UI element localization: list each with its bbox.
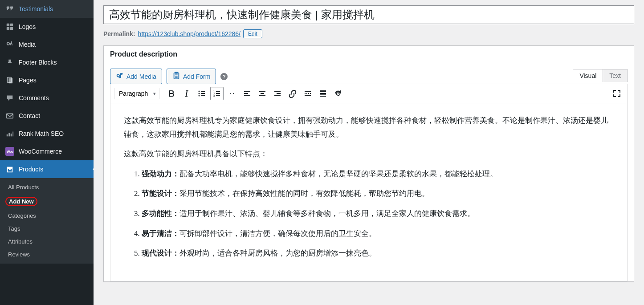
svg-line-25 [186, 91, 187, 96]
svg-rect-10 [7, 134, 8, 137]
align-center-button[interactable] [256, 87, 269, 100]
submenu-attributes[interactable]: Attributes [0, 235, 94, 248]
add-form-button[interactable]: Add Form [167, 69, 216, 84]
feature-list: 强劲动力：配备大功率电机，能够快速搅拌多种食材，无论是坚硬的坚果还是柔软的水果，… [124, 167, 614, 260]
svg-rect-5 [10, 27, 13, 30]
svg-point-6 [7, 43, 9, 45]
svg-rect-4 [7, 27, 9, 30]
archive-icon [5, 165, 14, 174]
envelope-icon [5, 111, 14, 120]
svg-rect-50 [320, 90, 326, 92]
bold-button[interactable] [165, 87, 178, 100]
permalink-label: Permalink: [103, 30, 135, 37]
add-media-button[interactable]: Add Media [110, 69, 162, 84]
clipboard-icon [172, 72, 180, 81]
svg-rect-12 [11, 134, 12, 136]
feature-item: 现代设计：外观时尚，适合各种厨房风格，为您的厨房增添一抹亮色。 [142, 247, 614, 260]
sidebar-item-comments[interactable]: Comments [0, 89, 94, 107]
feature-item: 强劲动力：配备大功率电机，能够快速搅拌多种食材，无论是坚硬的坚果还是柔软的水果，… [142, 167, 614, 181]
align-right-button[interactable] [271, 87, 284, 100]
media-icon [5, 40, 14, 49]
product-title-input[interactable] [103, 5, 634, 24]
svg-rect-19 [175, 72, 177, 73]
permalink-edit-button[interactable]: Edit [243, 29, 262, 38]
submenu-reviews[interactable]: Reviews [0, 248, 94, 261]
sidebar-item-products[interactable]: Products [0, 160, 94, 178]
format-select[interactable]: Paragraph [114, 88, 159, 99]
svg-rect-14 [7, 167, 13, 168]
sidebar-item-label: Media [19, 41, 36, 48]
permalink-base[interactable]: https://123club.shop/product/ [138, 30, 218, 37]
submenu-add-new[interactable]: Add New [0, 194, 94, 209]
editor-tabs: Visual Text [573, 69, 628, 82]
align-left-button[interactable] [240, 87, 254, 100]
sidebar-item-contact[interactable]: Contact [0, 107, 94, 125]
sidebar-item-label: Testimonials [19, 5, 53, 12]
svg-rect-8 [8, 78, 12, 84]
camera-music-icon [116, 72, 124, 81]
sidebar-item-label: Products [19, 166, 43, 173]
svg-rect-16 [9, 169, 11, 170]
permalink-row: Permalink: https://123club.shop/product/… [103, 29, 634, 38]
help-icon[interactable]: ? [220, 73, 228, 80]
editor-toolbar: Paragraph 123 [110, 84, 628, 103]
italic-button[interactable] [180, 87, 193, 100]
content-paragraph-2: 这款高效节能的厨房料理机具备以下特点： [124, 147, 614, 161]
svg-rect-47 [305, 91, 311, 92]
svg-rect-13 [12, 132, 13, 137]
permalink-slug[interactable]: 162286/ [218, 30, 240, 37]
grid-icon [5, 22, 14, 31]
numbered-list-button[interactable]: 123 [210, 87, 224, 100]
blockquote-button[interactable] [225, 87, 239, 100]
sidebar-item-label: Contact [19, 112, 40, 119]
svg-rect-15 [8, 168, 12, 172]
link-button[interactable] [286, 87, 299, 100]
sidebar-item-label: Rank Math SEO [19, 130, 64, 137]
feature-item: 易于清洁：可拆卸部件设计，清洁方便，确保每次使用后的卫生安全。 [142, 227, 614, 241]
sidebar-item-label: Logos [19, 23, 36, 30]
woo-icon: Woo [5, 147, 14, 156]
insert-more-button[interactable] [301, 87, 314, 100]
svg-rect-2 [7, 24, 9, 26]
svg-rect-11 [8, 133, 10, 136]
sidebar-item-label: Comments [19, 94, 49, 102]
quote-icon [5, 4, 14, 13]
svg-rect-49 [305, 95, 311, 96]
svg-text:3: 3 [213, 94, 215, 97]
product-description-heading: Product description [104, 46, 634, 63]
toolbar-toggle-button[interactable] [316, 87, 330, 100]
feature-item: 多功能性：适用于制作果汁、浓汤、婴儿辅食等多种食物，一机多用，满足全家人的健康饮… [142, 207, 614, 221]
highlight-ellipse: Add New [5, 197, 37, 206]
bullet-list-button[interactable] [195, 87, 208, 100]
svg-point-28 [199, 95, 200, 97]
pin-icon [5, 58, 14, 67]
submenu-categories[interactable]: Categories [0, 209, 94, 222]
admin-sidebar: Testimonials Logos Media Footer Blocks P… [0, 0, 94, 305]
tab-visual[interactable]: Visual [573, 69, 603, 82]
sidebar-item-testimonials[interactable]: Testimonials [0, 0, 94, 18]
products-submenu: All Products Add New Categories Tags Att… [0, 178, 94, 264]
refresh-button[interactable] [331, 87, 345, 100]
sidebar-item-media[interactable]: Media [0, 36, 94, 53]
svg-point-26 [199, 91, 200, 92]
fullscreen-button[interactable] [610, 87, 624, 100]
svg-rect-1 [10, 7, 13, 9]
sidebar-item-woocommerce[interactable]: Woo WooCommerce [0, 142, 94, 160]
submenu-tags[interactable]: Tags [0, 222, 94, 235]
comment-icon [5, 94, 14, 102]
tab-text[interactable]: Text [603, 69, 627, 82]
content-paragraph-1: 这款高效节能的厨房料理机专为家庭健康饮食设计，拥有强劲动力，能够快速搅拌各种食材… [124, 114, 614, 141]
svg-rect-3 [10, 24, 13, 26]
pages-icon [5, 76, 14, 85]
submenu-all-products[interactable]: All Products [0, 181, 94, 194]
sidebar-item-pages[interactable]: Pages [0, 71, 94, 89]
sidebar-item-logos[interactable]: Logos [0, 18, 94, 36]
sidebar-item-footer-blocks[interactable]: Footer Blocks [0, 53, 94, 71]
svg-point-27 [199, 93, 200, 94]
main-content: Permalink: https://123club.shop/product/… [94, 0, 644, 305]
sidebar-item-label: WooCommerce [19, 148, 62, 155]
sidebar-item-label: Pages [19, 77, 37, 84]
sidebar-item-rankmath[interactable]: Rank Math SEO [0, 125, 94, 142]
editor-content[interactable]: 这款高效节能的厨房料理机专为家庭健康饮食设计，拥有强劲动力，能够快速搅拌各种食材… [110, 103, 628, 281]
feature-item: 节能设计：采用节能技术，在保持高效性能的同时，有效降低能耗，帮助您节约用电。 [142, 187, 614, 201]
